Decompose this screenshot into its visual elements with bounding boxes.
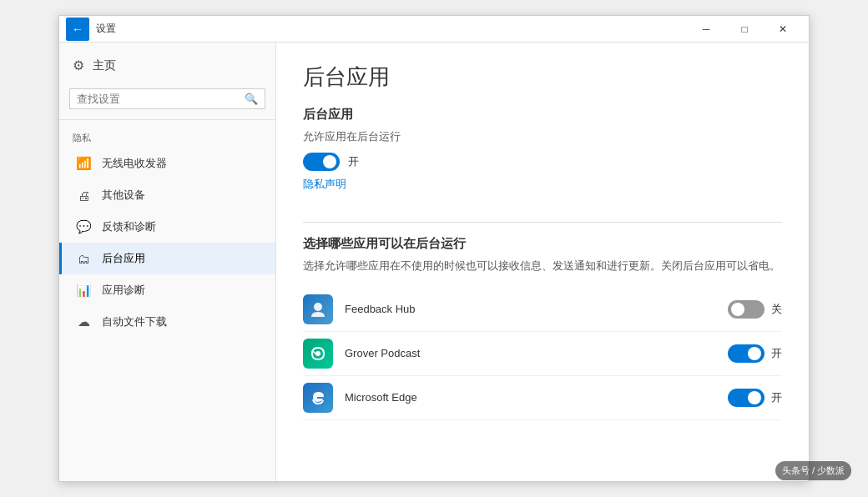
sidebar-item-wireless-label: 无线电收发器 <box>102 156 167 171</box>
other-devices-icon: 🖨 <box>75 188 92 203</box>
feedback-hub-toggle-label: 关 <box>771 302 782 317</box>
app-row-grover-podcast: Grover Podcast 开 <box>303 332 782 376</box>
microsoft-edge-toggle-row: 开 <box>728 389 782 407</box>
titlebar: ← 设置 ─ □ ✕ <box>59 16 809 43</box>
grover-podcast-toggle[interactable] <box>728 344 765 363</box>
main-content: 后台应用 后台应用 允许应用在后台运行 开 隐私声明 选择哪些应用可以在后台运行… <box>276 43 809 481</box>
sidebar-item-other-devices[interactable]: 🖨 其他设备 <box>59 179 275 211</box>
feedback-hub-toggle-row: 关 <box>728 300 782 319</box>
grover-podcast-name: Grover Podcast <box>345 347 716 359</box>
background-icon: 🗂 <box>75 252 92 266</box>
minimize-button[interactable]: ─ <box>687 16 725 43</box>
search-box: 🔍 <box>69 88 265 109</box>
sidebar-item-app-diag-label: 应用诊断 <box>102 283 145 298</box>
feedback-icon: 💬 <box>75 219 92 234</box>
main-toggle-label: 开 <box>348 154 359 169</box>
sidebar-item-background-label: 后台应用 <box>102 251 145 266</box>
app-row-microsoft-edge: Microsoft Edge 开 <box>303 376 782 420</box>
svg-point-1 <box>315 351 320 356</box>
back-button[interactable]: ← <box>66 18 89 41</box>
sidebar-item-auto-download-label: 自动文件下载 <box>102 314 167 329</box>
svg-point-0 <box>314 303 322 311</box>
feedback-hub-toggle-knob <box>731 303 744 316</box>
search-input[interactable] <box>77 93 240 105</box>
titlebar-title: 设置 <box>96 22 687 36</box>
section2-title: 选择哪些应用可以在后台运行 <box>303 236 782 252</box>
microsoft-edge-toggle-knob <box>748 391 761 404</box>
main-toggle[interactable] <box>303 153 340 171</box>
section-divider <box>303 222 782 223</box>
sidebar: ⚙ 主页 🔍 隐私 📶 无线电收发器 🖨 其他设备 💬 反馈和诊断 <box>59 43 276 481</box>
sidebar-item-other-devices-label: 其他设备 <box>102 188 145 203</box>
microsoft-edge-name: Microsoft Edge <box>345 391 716 404</box>
grover-podcast-icon <box>303 339 333 369</box>
sidebar-home-item[interactable]: ⚙ 主页 <box>59 49 275 82</box>
feedback-hub-icon <box>303 294 333 324</box>
privacy-link[interactable]: 隐私声明 <box>303 177 346 192</box>
grover-podcast-toggle-knob <box>748 347 761 360</box>
wireless-icon: 📶 <box>75 156 92 171</box>
sidebar-item-background[interactable]: 🗂 后台应用 <box>59 243 275 274</box>
app-list-desc: 选择允许哪些应用在不使用的时候也可以接收信息、发送通知和进行更新。关闭后台应用可… <box>303 259 782 274</box>
sidebar-item-wireless[interactable]: 📶 无线电收发器 <box>59 148 275 179</box>
sidebar-item-auto-download[interactable]: ☁ 自动文件下载 <box>59 306 275 338</box>
content-area: ⚙ 主页 🔍 隐私 📶 无线电收发器 🖨 其他设备 💬 反馈和诊断 <box>59 43 809 481</box>
microsoft-edge-toggle[interactable] <box>728 389 765 407</box>
feedback-hub-name: Feedback Hub <box>345 303 716 315</box>
allow-label: 允许应用在后台运行 <box>303 129 782 144</box>
microsoft-edge-icon <box>303 383 333 413</box>
auto-download-icon: ☁ <box>75 314 92 329</box>
sidebar-divider <box>59 119 275 120</box>
search-icon: 🔍 <box>245 93 258 105</box>
sidebar-item-feedback-label: 反馈和诊断 <box>102 219 156 234</box>
app-diag-icon: 📊 <box>75 283 92 298</box>
window-controls: ─ □ ✕ <box>687 16 802 43</box>
sidebar-item-app-diag[interactable]: 📊 应用诊断 <box>59 274 275 306</box>
main-toggle-row: 开 <box>303 153 782 171</box>
grover-podcast-toggle-label: 开 <box>771 346 782 361</box>
sidebar-item-feedback[interactable]: 💬 反馈和诊断 <box>59 211 275 243</box>
main-toggle-knob <box>323 155 336 168</box>
app-row-feedback-hub: Feedback Hub 关 <box>303 288 782 332</box>
feedback-hub-toggle[interactable] <box>728 300 765 319</box>
section1-title: 后台应用 <box>303 107 782 123</box>
settings-window: ← 设置 ─ □ ✕ ⚙ 主页 🔍 隐私 📶 无线电收发器 <box>58 15 810 482</box>
sidebar-home-label: 主页 <box>93 58 116 73</box>
page-title: 后台应用 <box>303 63 782 92</box>
sidebar-section-label: 隐私 <box>59 123 275 148</box>
close-button[interactable]: ✕ <box>764 16 802 43</box>
grover-podcast-toggle-row: 开 <box>728 344 782 363</box>
microsoft-edge-toggle-label: 开 <box>771 390 782 405</box>
maximize-button[interactable]: □ <box>725 16 764 43</box>
home-icon: ⚙ <box>73 58 84 73</box>
